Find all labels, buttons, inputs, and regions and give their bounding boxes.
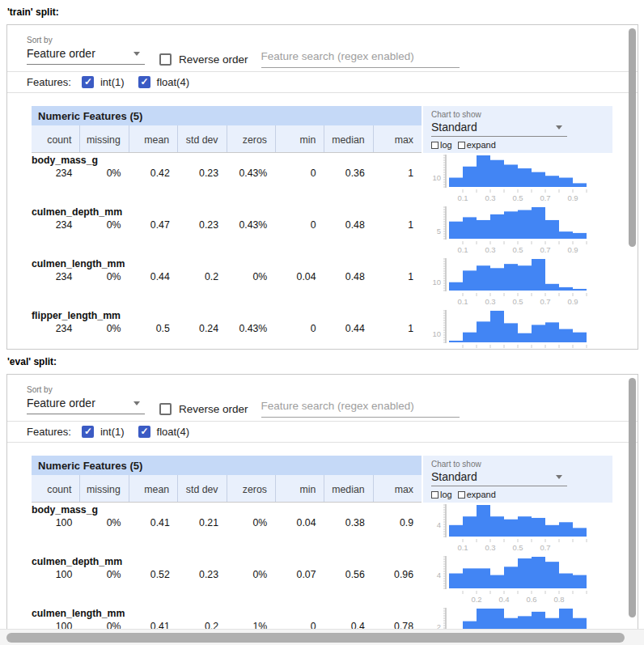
stat-value: 0.07 [275, 569, 324, 580]
column-header: missing [79, 125, 128, 152]
type-filter-label: float(4) [157, 426, 189, 438]
svg-text:0.3: 0.3 [485, 193, 495, 202]
feature-stats: flipper_length_mm 234 0% 0.5 0.24 0.43% … [32, 308, 422, 350]
chart-to-show-label: Chart to show [431, 460, 612, 469]
feature-name: culmen_length_mm [32, 258, 422, 269]
feature-search [261, 49, 460, 71]
expand-checkbox[interactable] [458, 491, 465, 499]
svg-text:0.5: 0.5 [512, 297, 523, 306]
type-filter-checkbox[interactable] [82, 76, 94, 88]
sort-by-dropdown[interactable]: Sort by Feature order [27, 36, 145, 71]
feature-table: Numeric Features (5) count missing mean … [32, 106, 638, 350]
stat-value: 0.42 [129, 168, 178, 179]
expand-checkbox[interactable] [458, 142, 465, 149]
type-filter-checkbox[interactable] [138, 426, 150, 438]
table-head: Numeric Features (5) count missing mean … [32, 456, 638, 503]
svg-text:0.5: 0.5 [512, 543, 523, 552]
stat-value: 1 [373, 323, 422, 334]
vertical-scrollbar-thumb[interactable] [629, 28, 636, 247]
log-checkbox[interactable] [431, 491, 439, 499]
feature-rows: body_mass_g 234 0% 0.42 0.23 0.43% 0 0.3… [32, 153, 638, 350]
stat-value: 1 [373, 219, 422, 231]
column-header: count [32, 475, 79, 502]
feature-type-filter: float(4) [138, 426, 189, 438]
reverse-order-checkbox[interactable] [159, 403, 172, 415]
horizontal-scrollbar-thumb[interactable] [6, 633, 625, 643]
stat-value: 0.48 [324, 271, 373, 282]
sort-by-dropdown[interactable]: Sort by Feature order [27, 385, 145, 421]
stat-value: 1 [373, 271, 422, 282]
column-header: count [32, 125, 79, 152]
stat-values-row: 234 0% 0.5 0.24 0.43% 0 0.44 1 [32, 323, 422, 334]
expand-label: expand [467, 490, 496, 499]
svg-text:0.1: 0.1 [457, 297, 468, 306]
table-head: Numeric Features (5) count missing mean … [32, 106, 638, 153]
stat-value: 0% [227, 271, 275, 282]
reverse-order-label: Reverse order [179, 403, 248, 415]
stat-value: 0.38 [324, 517, 373, 528]
svg-text:0.3: 0.3 [485, 297, 495, 306]
reverse-order-checkbox[interactable] [159, 53, 172, 66]
feature-search-input[interactable] [261, 398, 460, 418]
stat-value: 0 [275, 323, 324, 334]
feature-histogram: 100.10.30.50.70.9 [423, 257, 612, 308]
column-header: max [373, 125, 422, 152]
feature-name: culmen_depth_mm [32, 206, 422, 218]
stat-value: 0.23 [178, 219, 227, 231]
type-filter-checkbox[interactable] [138, 76, 150, 88]
chart-type-dropdown[interactable]: Standard [431, 469, 567, 486]
divider [7, 92, 638, 93]
feature-search-input[interactable] [261, 49, 460, 68]
stat-value: 100 [32, 569, 80, 580]
svg-text:0.9: 0.9 [567, 297, 578, 306]
column-header: median [324, 475, 372, 502]
stat-value: 0% [227, 569, 275, 580]
column-header: min [275, 125, 324, 152]
feature-stats-panel: Sort by Feature order Reverse order Feat… [6, 24, 638, 350]
type-filter-checkbox[interactable] [82, 426, 94, 438]
feature-row: body_mass_g 234 0% 0.42 0.23 0.43% 0 0.3… [32, 153, 638, 205]
feature-stats: culmen_depth_mm 234 0% 0.47 0.23 0.43% 0… [32, 205, 422, 257]
feature-search [261, 398, 460, 421]
stat-value: 0.5 [129, 323, 178, 334]
feature-row: culmen_length_mm 234 0% 0.44 0.2 0% 0.04… [32, 257, 638, 308]
stat-value: 234 [32, 323, 80, 334]
feature-histogram: 50.10.30.50.70.9 [423, 205, 612, 257]
chevron-down-icon [133, 401, 140, 405]
feature-name: culmen_length_mm [32, 608, 422, 619]
divider [7, 442, 638, 443]
column-header: mean [129, 475, 177, 502]
column-header: mean [129, 125, 177, 152]
histogram-chart: 40.20.40.60.8 [423, 554, 612, 605]
feature-histogram: 100.10.30.50.70.9 [423, 153, 612, 205]
vertical-scrollbar-thumb[interactable] [629, 378, 636, 617]
svg-text:0.6: 0.6 [526, 595, 536, 604]
type-filters: int(1) float(4) [82, 76, 203, 88]
stat-value: 0.04 [275, 517, 324, 528]
controls-bar: Sort by Feature order Reverse order [7, 375, 638, 421]
svg-text:10: 10 [432, 329, 441, 338]
table-title: Numeric Features (5) [32, 456, 422, 475]
histogram-chart: 40.10.30.50.7 [423, 503, 612, 553]
stat-value: 0.24 [178, 323, 227, 334]
feature-stats: culmen_depth_mm 100 0% 0.52 0.23 0% 0.07… [32, 554, 422, 606]
stat-value: 0.52 [129, 569, 178, 580]
svg-text:0.3: 0.3 [485, 543, 495, 552]
column-header: missing [79, 475, 128, 502]
chart-type-dropdown[interactable]: Standard [431, 119, 567, 137]
feature-stats: body_mass_g 100 0% 0.41 0.21 0% 0.04 0.3… [32, 503, 422, 554]
log-checkbox[interactable] [431, 142, 439, 149]
stat-value: 0.43% [227, 219, 275, 231]
stat-values-row: 234 0% 0.44 0.2 0% 0.04 0.48 1 [32, 271, 422, 282]
feature-name: body_mass_g [32, 155, 422, 166]
sort-by-value: Feature order [27, 47, 95, 60]
feature-row: culmen_depth_mm 100 0% 0.52 0.23 0% 0.07… [32, 554, 638, 606]
horizontal-scrollbar-track[interactable] [0, 629, 644, 645]
feature-stats-panel: Sort by Feature order Reverse order Feat… [6, 374, 638, 645]
column-header: min [275, 475, 324, 502]
split-section: 'train' split: Sort by Feature order Rev… [0, 6, 644, 350]
stat-value: 0.2 [178, 271, 227, 282]
stat-value: 234 [32, 219, 80, 231]
stat-value: 0.44 [129, 271, 178, 282]
svg-text:0.7: 0.7 [540, 245, 550, 254]
